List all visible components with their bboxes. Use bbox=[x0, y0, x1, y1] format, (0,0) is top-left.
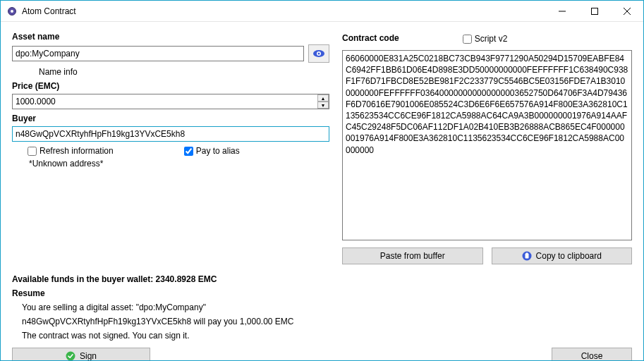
refresh-checkbox[interactable] bbox=[28, 147, 37, 156]
asset-name-label: Asset name bbox=[12, 32, 329, 42]
contract-code-textarea[interactable]: 66060000E831A25C0218BC73CB943F9771290A50… bbox=[342, 50, 632, 240]
title-bar: Atom Contract bbox=[1, 1, 643, 22]
svg-rect-11 bbox=[525, 253, 528, 255]
paste-from-buffer-button[interactable]: Paste from buffer bbox=[342, 247, 483, 264]
script-v2-checkbox-row[interactable]: Script v2 bbox=[463, 34, 508, 44]
minimize-button[interactable] bbox=[546, 1, 578, 22]
pay-alias-checkbox[interactable] bbox=[184, 147, 193, 156]
price-input[interactable] bbox=[12, 94, 329, 109]
buyer-input[interactable] bbox=[12, 126, 329, 142]
svg-rect-10 bbox=[525, 254, 528, 259]
svg-point-12 bbox=[66, 352, 75, 361]
close-button[interactable]: Close bbox=[552, 348, 632, 361]
price-label: Price (EMC) bbox=[12, 81, 329, 91]
copy-to-clipboard-button[interactable]: Copy to clipboard bbox=[492, 247, 633, 264]
spin-up-icon[interactable]: ▲ bbox=[317, 94, 329, 102]
spin-down-icon[interactable]: ▼ bbox=[317, 102, 329, 109]
window-title: Atom Contract bbox=[22, 6, 76, 16]
refresh-checkbox-label: Refresh information bbox=[40, 146, 114, 156]
script-v2-label: Script v2 bbox=[475, 34, 508, 44]
resume-label: Resume bbox=[12, 288, 632, 298]
resume-line-1: You are selling a digital asset: "dpo:My… bbox=[22, 302, 632, 312]
resume-line-3: The contract was not signed. You can sig… bbox=[22, 331, 632, 341]
check-circle-icon bbox=[66, 351, 75, 361]
pay-alias-checkbox-label: Pay to alias bbox=[196, 146, 240, 156]
script-v2-checkbox[interactable] bbox=[463, 35, 472, 44]
maximize-button[interactable] bbox=[578, 1, 611, 22]
eye-icon bbox=[312, 49, 325, 59]
name-info-label: Name info bbox=[39, 67, 329, 77]
contract-code-label: Contract code bbox=[342, 33, 399, 43]
svg-point-1 bbox=[11, 10, 13, 13]
refresh-checkbox-row[interactable]: Refresh information bbox=[28, 146, 114, 156]
price-stepper[interactable]: ▲ ▼ bbox=[317, 94, 329, 109]
app-icon bbox=[6, 6, 18, 17]
available-funds-text: Available funds in the buyer wallet: 234… bbox=[12, 274, 632, 284]
resume-line-2: n48GwQpVCXRtyhfHpFh19kg13YVxCE5kh8 will … bbox=[22, 317, 632, 326]
close-window-button[interactable] bbox=[611, 1, 643, 22]
clipboard-icon bbox=[522, 251, 532, 261]
svg-rect-3 bbox=[592, 8, 598, 14]
asset-name-input[interactable] bbox=[12, 46, 304, 61]
reveal-button[interactable] bbox=[308, 44, 329, 63]
unknown-address-text: *Unknown address* bbox=[29, 159, 329, 169]
sign-button[interactable]: Sign bbox=[12, 348, 150, 361]
svg-point-8 bbox=[318, 53, 320, 55]
pay-alias-checkbox-row[interactable]: Pay to alias bbox=[184, 146, 240, 156]
buyer-label: Buyer bbox=[12, 114, 329, 123]
